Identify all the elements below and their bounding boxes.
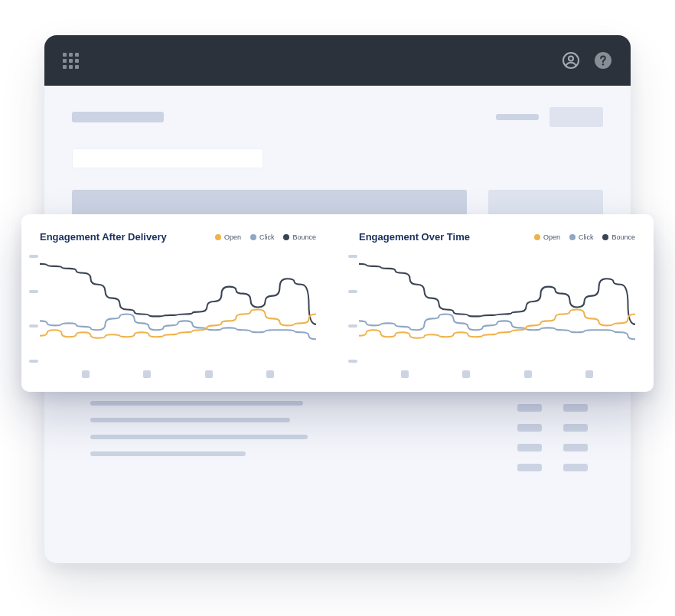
legend-label: Open	[543, 233, 560, 241]
help-icon[interactable]	[594, 51, 612, 70]
svg-point-1	[569, 57, 573, 61]
legend-dot-bounce	[602, 234, 608, 240]
y-axis-ticks	[29, 255, 38, 363]
chart-svg	[359, 250, 635, 364]
legend-dot-open	[215, 234, 221, 240]
page-title-skeleton	[72, 112, 164, 122]
chart-title: Engagement Over Time	[359, 231, 470, 243]
chart-title: Engagement After Delivery	[40, 231, 167, 243]
link-skeleton	[496, 114, 539, 120]
chart-engagement-after-delivery: Engagement After Delivery Open Click Bou…	[40, 231, 316, 378]
legend-item-bounce: Bounce	[283, 233, 316, 241]
legend-dot-click	[569, 234, 576, 240]
legend-label: Open	[224, 233, 241, 241]
action-button-skeleton[interactable]	[549, 107, 603, 127]
account-icon[interactable]	[562, 51, 580, 70]
x-axis-ticks	[55, 370, 301, 378]
chart-legend: Open Click Bounce	[534, 233, 635, 241]
legend-item-open: Open	[534, 233, 560, 241]
stats-grid-skeleton	[517, 384, 588, 471]
search-input-skeleton[interactable]	[72, 148, 263, 168]
plot-area	[359, 250, 635, 378]
paragraph-skeleton	[90, 384, 312, 471]
side-button-skeleton[interactable]	[488, 190, 603, 216]
apps-grid-icon[interactable]	[63, 53, 79, 69]
engagement-charts-card: Engagement After Delivery Open Click Bou…	[21, 214, 654, 392]
chart-engagement-over-time: Engagement Over Time Open Click Bounce	[359, 231, 635, 378]
chart-svg	[40, 250, 316, 364]
legend-label: Click	[259, 233, 275, 241]
legend-dot-click	[250, 234, 256, 240]
x-axis-ticks	[374, 370, 620, 378]
legend-dot-open	[534, 234, 540, 240]
y-axis-ticks	[348, 255, 357, 363]
legend-label: Bounce	[611, 233, 635, 241]
svg-point-3	[602, 64, 604, 65]
legend-item-bounce: Bounce	[602, 233, 635, 241]
plot-area	[40, 250, 316, 378]
titlebar	[44, 35, 631, 86]
legend-item-click: Click	[250, 233, 275, 241]
legend-label: Bounce	[292, 233, 316, 241]
legend-item-open: Open	[215, 233, 241, 241]
legend-dot-bounce	[283, 234, 289, 240]
legend-label: Click	[579, 233, 594, 241]
banner-skeleton	[72, 190, 467, 216]
legend-item-click: Click	[569, 233, 594, 241]
chart-legend: Open Click Bounce	[215, 233, 316, 241]
